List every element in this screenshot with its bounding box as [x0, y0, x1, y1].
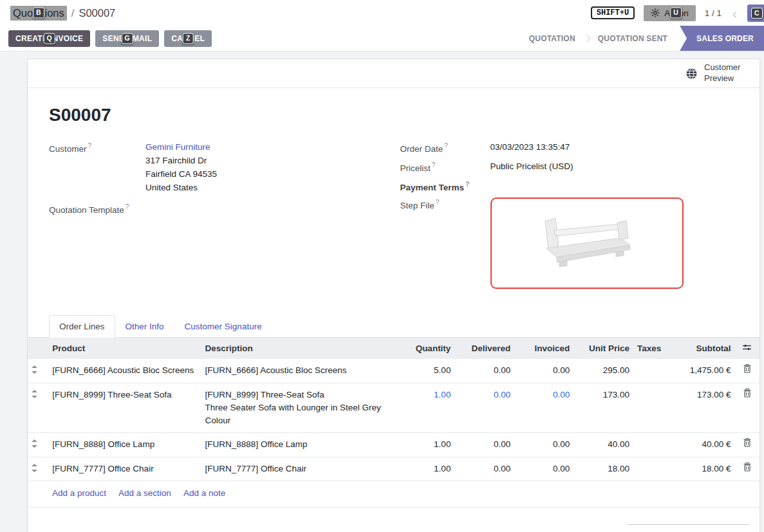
cell-quantity[interactable]: 1.00: [398, 433, 455, 457]
optional-columns-button[interactable]: [735, 338, 759, 359]
column-adjust-icon: [743, 344, 751, 353]
cell-delivered[interactable]: 0.00: [454, 383, 514, 433]
pager: 1 / 1 ‹ ›: [705, 6, 754, 20]
payment-terms-label: Payment Terms?: [400, 179, 490, 192]
hint-badge-quotations: B: [33, 7, 44, 18]
page-title: S00007: [49, 105, 738, 125]
cell-quantity[interactable]: 1.00: [398, 383, 455, 433]
control-panel-buttons: CREATE INVOICE Q SEND EMAIL G CANCEL Z Q…: [0, 26, 764, 51]
cell-description[interactable]: [FURN_7777] Office Chair: [201, 457, 398, 481]
header-unit-price: Unit Price: [573, 338, 633, 359]
edge-cutoff-button[interactable]: C: [747, 5, 764, 22]
cell-taxes[interactable]: [633, 383, 666, 433]
cell-product[interactable]: [FURN_7777] Office Chair: [48, 457, 201, 481]
cell-unit-price[interactable]: 295.00: [573, 359, 633, 383]
sheet-topbar: Customer Preview: [28, 59, 759, 88]
order-date-label: Order Date?: [400, 141, 490, 154]
stage-quotation-sent[interactable]: QUOTATION SENT: [590, 34, 676, 43]
tab-order-lines[interactable]: Order Lines: [49, 315, 115, 338]
breadcrumb-separator: /: [71, 7, 75, 19]
customer-value: Gemini Furniture 317 Fairchild Dr Fairfi…: [145, 141, 217, 195]
customer-link[interactable]: Gemini Furniture: [145, 142, 210, 152]
table-footer-links: Add a product Add a section Add a note: [28, 481, 759, 508]
add-a-product-link[interactable]: Add a product: [52, 488, 106, 498]
terms-placeholder[interactable]: Terms and conditions...: [52, 524, 142, 532]
cell-delivered[interactable]: 0.00: [454, 457, 514, 481]
pricelist-value[interactable]: Public Pricelist (USD): [490, 160, 573, 174]
action-menu-button[interactable]: Action U: [644, 5, 696, 21]
cell-product[interactable]: [FURN_6666] Acoustic Bloc Screens: [48, 359, 201, 383]
cell-unit-price[interactable]: 18.00: [573, 457, 633, 481]
tab-customer-signature[interactable]: Customer Signature: [174, 315, 272, 338]
drag-handle[interactable]: [28, 457, 48, 481]
send-email-button[interactable]: SEND EMAIL G: [95, 30, 159, 47]
help-icon: ?: [432, 161, 436, 169]
control-panel-top: Quotations B / S00007 SHIFT+U Action: [0, 0, 764, 26]
top-right-controls: SHIFT+U Action U 1 / 1 ‹: [591, 5, 754, 21]
statusbar: QUOTATION QUOTATION SENT SALES ORDER: [521, 26, 764, 51]
drag-handle-icon: [32, 365, 44, 374]
field-order-date: Order Date? 03/03/2023 13:35:47: [400, 141, 739, 154]
order-lines-table: Product Description Quantity Delivered I…: [28, 338, 759, 481]
table-row: [FURN_8888] Office Lamp [FURN_8888] Offi…: [28, 433, 759, 457]
drag-handle[interactable]: [28, 359, 48, 383]
field-group-right: Order Date? 03/03/2023 13:35:47 Pricelis…: [400, 141, 739, 295]
cell-taxes[interactable]: [633, 457, 666, 481]
delete-row-button[interactable]: [735, 433, 759, 457]
cell-invoiced[interactable]: 0.00: [514, 359, 573, 383]
drag-handle[interactable]: [28, 433, 48, 457]
customer-preview-button[interactable]: Customer Preview: [685, 62, 745, 84]
cell-invoiced[interactable]: 0.00: [514, 457, 573, 481]
trash-icon[interactable]: [743, 389, 751, 398]
cell-taxes[interactable]: [633, 359, 666, 383]
cell-description[interactable]: [FURN_6666] Acoustic Bloc Screens: [201, 359, 398, 383]
cell-product[interactable]: [FURN_8888] Office Lamp: [48, 433, 201, 457]
field-payment-terms: Payment Terms?: [400, 179, 739, 192]
add-a-note-link[interactable]: Add a note: [183, 488, 225, 498]
trash-icon[interactable]: [743, 364, 751, 373]
cell-subtotal: 40.00 €: [666, 433, 735, 457]
customer-address-line1: 317 Fairchild Dr: [145, 154, 217, 168]
cell-invoiced[interactable]: 0.00: [514, 433, 573, 457]
stage-quotation[interactable]: QUOTATION: [521, 34, 584, 43]
quotation-template-label: Quotation Template?: [49, 202, 145, 215]
cell-invoiced[interactable]: 0.00: [514, 383, 573, 433]
add-a-section-link[interactable]: Add a section: [118, 488, 171, 498]
chevron-left-icon: ‹: [732, 6, 737, 21]
cancel-button[interactable]: CANCEL Z: [164, 30, 212, 47]
cell-quantity[interactable]: 5.00: [398, 359, 455, 383]
customer-preview-label: Customer Preview: [704, 62, 745, 84]
cell-delivered[interactable]: 0.00: [454, 359, 514, 383]
delete-row-button[interactable]: [735, 457, 759, 481]
cell-description[interactable]: [FURN_8999] Three-Seat SofaThree Seater …: [201, 383, 398, 433]
table-row: [FURN_6666] Acoustic Bloc Screens [FURN_…: [28, 359, 759, 383]
trash-icon[interactable]: [743, 463, 751, 472]
help-icon: ?: [126, 203, 129, 210]
field-quotation-template: Quotation Template?: [49, 202, 387, 215]
create-invoice-button[interactable]: CREATE INVOICE Q: [8, 30, 90, 47]
gear-icon: [651, 8, 660, 17]
cell-product[interactable]: [FURN_8999] Three-Seat Sofa: [48, 383, 201, 433]
breadcrumb-quotations-link[interactable]: Quotations B: [10, 6, 67, 21]
order-date-value[interactable]: 03/03/2023 13:35:47: [490, 141, 570, 154]
trash-icon[interactable]: [743, 438, 751, 447]
cell-taxes[interactable]: [633, 433, 666, 457]
cell-description[interactable]: [FURN_8888] Office Lamp: [201, 433, 398, 457]
cell-delivered[interactable]: 0.00: [454, 433, 514, 457]
notebook-tabs: Order Lines Other Info Customer Signatur…: [28, 315, 759, 338]
drag-handle[interactable]: [28, 383, 48, 433]
total-box: Total: 1,706.00 €: [627, 524, 749, 532]
hint-badge-action: U: [670, 7, 682, 18]
delete-row-button[interactable]: [735, 359, 759, 383]
pager-previous-button[interactable]: ‹: [729, 6, 740, 20]
field-grid: Customer? Gemini Furniture 317 Fairchild…: [28, 141, 759, 295]
cell-unit-price[interactable]: 40.00: [573, 433, 633, 457]
cell-quantity[interactable]: 1.00: [398, 457, 455, 481]
help-icon: ?: [465, 181, 469, 188]
table-row: [FURN_7777] Office Chair [FURN_7777] Off…: [28, 457, 759, 481]
stage-sales-order[interactable]: SALES ORDER: [680, 26, 764, 51]
cell-subtotal: 1,475.00 €: [666, 359, 735, 383]
tab-other-info[interactable]: Other Info: [115, 315, 174, 338]
cell-unit-price[interactable]: 173.00: [573, 383, 633, 433]
delete-row-button[interactable]: [735, 383, 759, 433]
